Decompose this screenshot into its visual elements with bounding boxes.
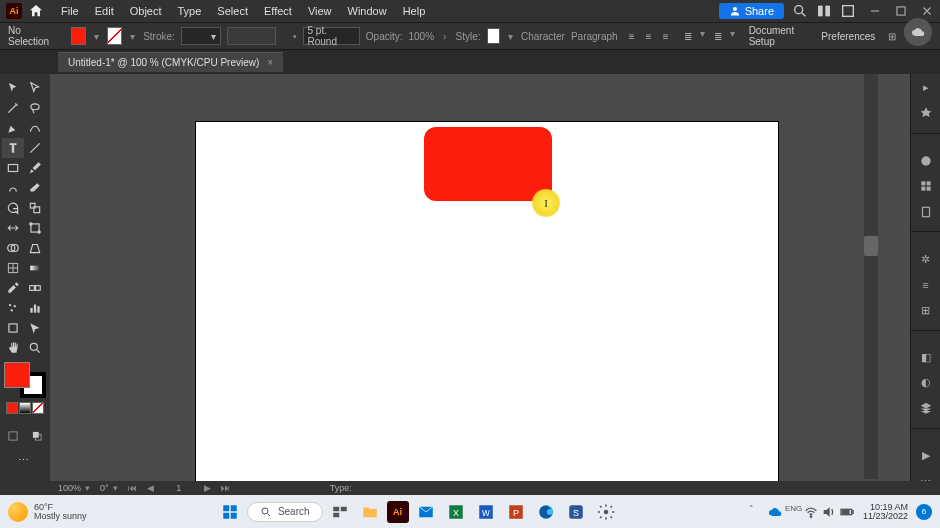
vertical-scrollbar[interactable] bbox=[864, 74, 878, 479]
opacity-value[interactable]: 100% bbox=[408, 31, 434, 42]
fill-swatch[interactable] bbox=[71, 27, 86, 45]
pen-tool[interactable] bbox=[2, 118, 24, 138]
gradient-tool[interactable] bbox=[24, 258, 46, 278]
align-center-icon[interactable]: ≡ bbox=[641, 28, 657, 44]
selection-tool[interactable] bbox=[2, 78, 24, 98]
rectangle-tool[interactable] bbox=[2, 158, 24, 178]
appearance-panel-icon[interactable]: ◐ bbox=[918, 375, 934, 391]
character-link[interactable]: Character bbox=[521, 31, 565, 42]
rotate-tool[interactable] bbox=[2, 198, 24, 218]
preferences-link[interactable]: Preferences bbox=[817, 31, 879, 42]
notification-badge[interactable]: 6 bbox=[916, 504, 932, 520]
stroke-swatch[interactable] bbox=[107, 27, 122, 45]
share-button[interactable]: Share bbox=[719, 3, 784, 19]
volume-tray-icon[interactable] bbox=[821, 504, 837, 520]
align-panel-icon[interactable]: ⊞ bbox=[885, 28, 898, 44]
menu-file[interactable]: File bbox=[54, 2, 86, 20]
style-swatch[interactable] bbox=[487, 28, 500, 44]
minimize-icon[interactable] bbox=[868, 4, 882, 18]
color-mode-swatch[interactable] bbox=[6, 402, 18, 414]
scrollbar-thumb[interactable] bbox=[864, 236, 878, 256]
artboard-tool[interactable] bbox=[2, 318, 24, 338]
word-icon[interactable]: W bbox=[473, 499, 499, 525]
type-tool[interactable] bbox=[2, 138, 24, 158]
blend-tool[interactable] bbox=[24, 278, 46, 298]
maximize-icon[interactable] bbox=[894, 4, 908, 18]
brushes-panel-icon[interactable] bbox=[918, 204, 934, 220]
menu-view[interactable]: View bbox=[301, 2, 339, 20]
libraries-icon[interactable] bbox=[918, 106, 934, 122]
menu-edit[interactable]: Edit bbox=[88, 2, 121, 20]
bullet-list-icon[interactable]: ≣ bbox=[680, 28, 696, 44]
gradient-mode-swatch[interactable] bbox=[19, 402, 31, 414]
stroke-dropdown[interactable]: ▾ bbox=[128, 31, 137, 42]
powerpoint-icon[interactable]: P bbox=[503, 499, 529, 525]
outlook-icon[interactable] bbox=[413, 499, 439, 525]
curvature-tool[interactable] bbox=[24, 118, 46, 138]
language-tray[interactable]: ENG bbox=[785, 504, 801, 520]
first-artboard-icon[interactable]: ⏮ bbox=[128, 483, 137, 493]
paintbrush-tool[interactable] bbox=[24, 158, 46, 178]
fill-stroke-control[interactable] bbox=[4, 362, 46, 398]
excel-icon[interactable]: X bbox=[443, 499, 469, 525]
magic-wand-tool[interactable] bbox=[2, 98, 24, 118]
stroke-weight-field[interactable]: ▾ bbox=[181, 27, 221, 45]
draw-mode-normal[interactable] bbox=[2, 426, 24, 446]
zoom-tool[interactable] bbox=[24, 338, 46, 358]
illustrator-taskbar-icon[interactable]: Ai bbox=[387, 501, 409, 523]
tray-chevron-icon[interactable]: ˄ bbox=[749, 504, 765, 520]
opacity-arrow[interactable]: › bbox=[440, 31, 449, 42]
line-tool[interactable] bbox=[24, 138, 46, 158]
search-icon[interactable] bbox=[792, 3, 808, 19]
play-icon[interactable]: ▶ bbox=[918, 448, 934, 464]
next-artboard-icon[interactable]: ▶ bbox=[204, 483, 211, 493]
battery-tray-icon[interactable] bbox=[839, 504, 855, 520]
settings-icon[interactable] bbox=[593, 499, 619, 525]
document-tab[interactable]: Untitled-1* @ 100 % (CMYK/CPU Preview) × bbox=[58, 52, 283, 72]
edge-icon[interactable] bbox=[533, 499, 559, 525]
fill-dropdown[interactable]: ▾ bbox=[92, 31, 101, 42]
canvas-area[interactable]: I bbox=[50, 74, 910, 495]
explorer-icon[interactable] bbox=[357, 499, 383, 525]
shaper-tool[interactable] bbox=[2, 178, 24, 198]
draw-mode-behind[interactable] bbox=[26, 426, 48, 446]
onedrive-tray-icon[interactable] bbox=[767, 504, 783, 520]
snagit-icon[interactable]: S bbox=[563, 499, 589, 525]
lasso-tool[interactable] bbox=[24, 98, 46, 118]
artboard[interactable]: I bbox=[196, 122, 778, 495]
fill-big-swatch[interactable] bbox=[4, 362, 30, 388]
rounded-rectangle-shape[interactable] bbox=[424, 127, 552, 201]
eyedropper-tool[interactable] bbox=[2, 278, 24, 298]
none-mode-swatch[interactable] bbox=[32, 402, 44, 414]
menu-select[interactable]: Select bbox=[210, 2, 255, 20]
tab-close-icon[interactable]: × bbox=[267, 57, 273, 68]
last-artboard-icon[interactable]: ⏭ bbox=[221, 483, 230, 493]
arrange-icon[interactable] bbox=[840, 3, 856, 19]
slice-tool[interactable] bbox=[24, 318, 46, 338]
align-right-icon[interactable]: ≡ bbox=[658, 28, 674, 44]
graph-tool[interactable] bbox=[24, 298, 46, 318]
width-tool[interactable] bbox=[2, 218, 24, 238]
align-panel-icon[interactable]: ⊞ bbox=[918, 302, 934, 318]
home-icon[interactable] bbox=[28, 3, 44, 19]
artboard-number[interactable]: 1 bbox=[164, 483, 194, 493]
screen-mode[interactable]: ⋯ bbox=[2, 450, 46, 470]
workspace-icon[interactable] bbox=[816, 3, 832, 19]
cloud-doc-badge[interactable] bbox=[904, 18, 932, 46]
shape-builder-tool[interactable] bbox=[2, 238, 24, 258]
prev-artboard-icon[interactable]: ◀ bbox=[147, 483, 154, 493]
perspective-tool[interactable] bbox=[24, 238, 46, 258]
paragraph-link[interactable]: Paragraph bbox=[571, 31, 618, 42]
menu-object[interactable]: Object bbox=[123, 2, 169, 20]
profile-field[interactable]: 5 pt. Round bbox=[303, 27, 360, 45]
close-icon[interactable] bbox=[920, 4, 934, 18]
scale-tool[interactable] bbox=[24, 198, 46, 218]
menu-help[interactable]: Help bbox=[396, 2, 433, 20]
document-setup-link[interactable]: Document Setup bbox=[745, 25, 812, 47]
brush-field[interactable] bbox=[227, 27, 276, 45]
menu-window[interactable]: Window bbox=[341, 2, 394, 20]
menu-type[interactable]: Type bbox=[171, 2, 209, 20]
weather-widget[interactable]: 60°F Mostly sunny bbox=[8, 502, 87, 522]
taskbar-clock[interactable]: 10:19 AM 11/23/2022 bbox=[863, 503, 908, 521]
direct-selection-tool[interactable] bbox=[24, 78, 46, 98]
